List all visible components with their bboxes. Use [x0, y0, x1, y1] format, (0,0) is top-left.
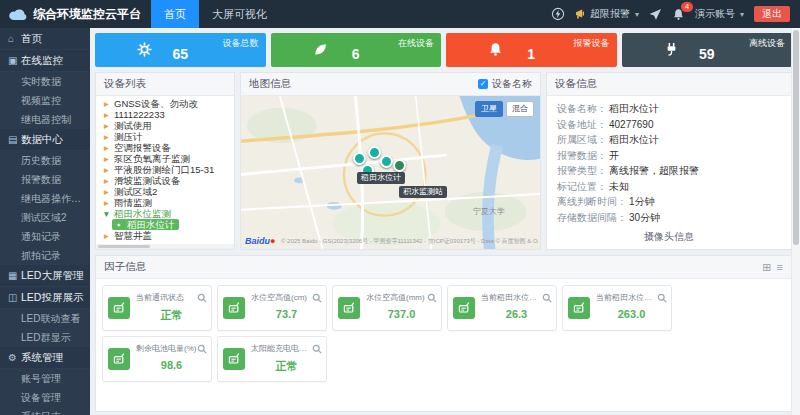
- tree-horizontal-scrollbar[interactable]: [96, 244, 234, 249]
- sidebar-item[interactable]: 继电器控制: [0, 110, 90, 129]
- sidebar-item[interactable]: 历史数据: [0, 151, 90, 170]
- tree-node[interactable]: 空调报警设备: [96, 142, 234, 153]
- map-layer-satellite-button[interactable]: 卫星: [475, 101, 503, 117]
- magnifier-icon[interactable]: [312, 340, 322, 358]
- tree-node[interactable]: 测试区域2: [96, 186, 234, 197]
- magnifier-icon[interactable]: [197, 289, 207, 307]
- tree-node[interactable]: 平液股份测绘门口15-31: [96, 164, 234, 175]
- magnifier-icon[interactable]: [427, 289, 437, 307]
- tree-node[interactable]: 泵区负氧离子监测: [96, 153, 234, 164]
- sidebar-item-label: 数据中心: [21, 133, 63, 145]
- map-marker[interactable]: [393, 159, 406, 172]
- scrollbar-thumb[interactable]: [793, 30, 799, 245]
- grid-view-icon[interactable]: ⊞: [762, 262, 771, 273]
- sidebar-item[interactable]: ▣在线监控: [0, 50, 90, 72]
- sidebar-item[interactable]: 报警数据: [0, 170, 90, 189]
- logout-button[interactable]: 退出: [754, 6, 790, 22]
- device-info-field-value: 稻田水位计: [609, 132, 659, 148]
- camera-section-title: 摄像头信息: [547, 230, 791, 244]
- stat-card-online-devices: 在线设备 6: [271, 33, 442, 67]
- user-account-dropdown[interactable]: 演示账号 ▾: [695, 7, 744, 21]
- sidebar-item[interactable]: 继电器操作记录: [0, 189, 90, 208]
- sidebar-item[interactable]: LED联动查看: [0, 309, 90, 328]
- baidu-logo: Baidu●: [245, 236, 275, 246]
- device-name-checkbox[interactable]: ✓: [478, 79, 488, 89]
- sidebar-item-label: 视频监控: [21, 95, 61, 106]
- stat-value: 1: [446, 46, 617, 62]
- notification-bell-icon[interactable]: 4: [672, 8, 685, 21]
- tree-node[interactable]: 稻田水位计: [112, 219, 179, 230]
- nav-tab-home[interactable]: 首页: [151, 0, 199, 28]
- sidebar-item[interactable]: 设备管理: [0, 388, 90, 407]
- sidebar-item-label: 账号管理: [21, 373, 61, 384]
- device-info-field-value: 1分钟: [629, 194, 655, 210]
- sidebar-item[interactable]: 抓拍记录: [0, 246, 90, 265]
- magnifier-icon[interactable]: [542, 289, 552, 307]
- device-info-header: 设备信息: [547, 73, 791, 96]
- tree-node[interactable]: 测压计: [96, 131, 234, 142]
- tree-node[interactable]: 智慧井盖: [96, 230, 234, 241]
- app-window: 综合环境监控云平台 首页 大屏可视化 超限报警 ▾ 4: [0, 0, 800, 415]
- device-info-panel: 设备信息 设备名称： 稻田水位计 设备地址： 40: [546, 72, 792, 250]
- sidebar-item[interactable]: ▤数据中心: [0, 129, 90, 151]
- sidebar-item[interactable]: 实时数据: [0, 72, 90, 91]
- sidebar-item[interactable]: 通知记录: [0, 227, 90, 246]
- user-account-label: 演示账号: [695, 7, 735, 21]
- tree-node-icon: [104, 120, 114, 131]
- send-plane-icon[interactable]: [649, 8, 662, 21]
- map-marker[interactable]: [368, 146, 381, 159]
- sidebar-item[interactable]: 测试区域2: [0, 208, 90, 227]
- nav-tab-bigscreen[interactable]: 大屏可视化: [199, 0, 280, 28]
- sidebar-item-label: 首页: [21, 32, 42, 44]
- device-list-panel: 设备列表 GNSS设备、勿动改 1111222233: [95, 72, 235, 250]
- main-content: 设备总数 65 在线设备 6 报警设备 1 离: [90, 28, 792, 415]
- device-info-field-label: 所属区域：: [557, 132, 607, 148]
- sidebar-item[interactable]: ⌂首页: [0, 28, 90, 50]
- tree-node-icon: [104, 208, 114, 219]
- theme-zap-icon[interactable]: [551, 7, 565, 21]
- tree-node-label: 平液股份测绘门口15-31: [114, 164, 214, 175]
- tree-node[interactable]: 稻田水位监测: [96, 208, 234, 219]
- tree-node-label: 空调报警设备: [114, 142, 171, 153]
- factor-value: 73.7: [251, 308, 322, 320]
- tree-node[interactable]: 雨情监测: [96, 197, 234, 208]
- magnifier-icon[interactable]: [312, 289, 322, 307]
- device-info-field-label: 报警数据：: [557, 148, 607, 164]
- magnifier-icon[interactable]: [197, 340, 207, 358]
- device-info-field-label: 设备地址：: [557, 117, 607, 133]
- sidebar-item-icon: ◫: [8, 287, 21, 308]
- device-info-row: 报警数据： 开: [557, 148, 781, 164]
- map-header: 地图信息 ✓ 设备名称: [241, 73, 540, 96]
- magnifier-icon[interactable]: [657, 289, 667, 307]
- map-canvas[interactable]: 卫星 混合 稻田水位计 积水监测站 宁夏大学 Baidu● © 2025 Bai…: [241, 96, 540, 249]
- sidebar-item[interactable]: ◫LED投屏展示: [0, 287, 90, 309]
- alarm-type-dropdown[interactable]: 超限报警 ▾: [575, 7, 639, 21]
- sidebar-item[interactable]: 视频监控: [0, 91, 90, 110]
- device-logger-icon: [223, 348, 245, 370]
- map-marker[interactable]: [353, 152, 366, 165]
- sidebar-item[interactable]: ⚙系统管理: [0, 347, 90, 369]
- tree-node[interactable]: 滑坡监测试设备: [96, 175, 234, 186]
- sidebar-item[interactable]: ▦LED大屏管理: [0, 265, 90, 287]
- device-info-row: 设备名称： 稻田水位计: [557, 101, 781, 117]
- sidebar-item[interactable]: 系统日志: [0, 407, 90, 415]
- stat-card-offline-devices: 离线设备 59: [622, 33, 793, 67]
- map-city-label: 宁夏大学: [473, 206, 505, 217]
- sidebar-item-label: 实时数据: [21, 76, 61, 87]
- device-list-body: GNSS设备、勿动改 1111222233 测试使用: [96, 96, 234, 249]
- map-attribution: © 2025 Baidu - GS(2023)3206号 - 甲测资字11111…: [281, 237, 538, 246]
- map-layer-hybrid-button[interactable]: 混合: [506, 101, 534, 117]
- list-view-icon[interactable]: ≡: [777, 262, 783, 273]
- map-marker[interactable]: [380, 155, 393, 168]
- map-layer-buttons: 卫星 混合: [475, 101, 534, 117]
- tree-node-icon: [104, 98, 114, 109]
- sidebar-item[interactable]: LED群显示: [0, 328, 90, 347]
- tree-node[interactable]: 测试使用: [96, 120, 234, 131]
- sidebar-item[interactable]: 账号管理: [0, 369, 90, 388]
- page-vertical-scrollbar[interactable]: [791, 28, 800, 415]
- scrollbar-thumb[interactable]: [98, 245, 150, 248]
- tree-node[interactable]: 1111222233: [96, 109, 234, 120]
- megaphone-icon: [575, 8, 587, 20]
- device-name-checkbox-row[interactable]: ✓ 设备名称: [478, 77, 532, 91]
- tree-node[interactable]: GNSS设备、勿动改: [96, 98, 234, 109]
